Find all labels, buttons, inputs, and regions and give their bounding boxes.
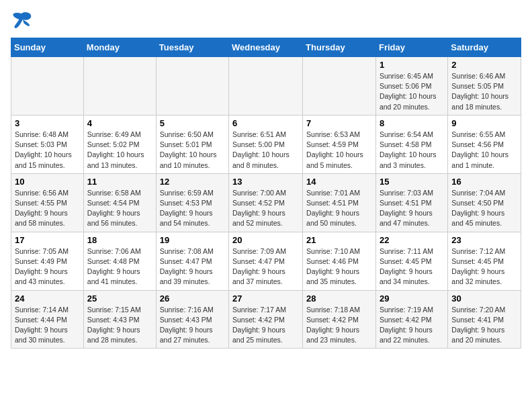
day-number: 28 <box>306 293 372 304</box>
day-info: Sunrise: 7:03 AM Sunset: 4:51 PM Dayligh… <box>380 188 444 229</box>
calendar-week-2: 3Sunrise: 6:48 AM Sunset: 5:03 PM Daylig… <box>11 115 521 173</box>
column-header-friday: Friday <box>375 38 447 57</box>
column-header-sunday: Sunday <box>11 38 84 57</box>
calendar-cell <box>11 57 84 116</box>
calendar-cell: 14Sunrise: 7:01 AM Sunset: 4:51 PM Dayli… <box>303 173 376 232</box>
calendar-cell: 23Sunrise: 7:12 AM Sunset: 4:45 PM Dayli… <box>448 232 521 290</box>
day-info: Sunrise: 7:15 AM Sunset: 4:43 PM Dayligh… <box>87 305 152 346</box>
day-info: Sunrise: 7:10 AM Sunset: 4:46 PM Dayligh… <box>306 246 372 287</box>
day-info: Sunrise: 7:00 AM Sunset: 4:52 PM Dayligh… <box>232 188 299 229</box>
calendar-cell: 27Sunrise: 7:17 AM Sunset: 4:42 PM Dayli… <box>229 290 303 349</box>
day-info: Sunrise: 7:16 AM Sunset: 4:43 PM Dayligh… <box>160 305 225 346</box>
day-number: 10 <box>15 177 80 187</box>
day-info: Sunrise: 7:12 AM Sunset: 4:45 PM Dayligh… <box>451 246 517 287</box>
day-info: Sunrise: 7:04 AM Sunset: 4:50 PM Dayligh… <box>451 188 517 229</box>
calendar-cell: 25Sunrise: 7:15 AM Sunset: 4:43 PM Dayli… <box>83 290 156 349</box>
calendar-cell: 26Sunrise: 7:16 AM Sunset: 4:43 PM Dayli… <box>156 290 228 349</box>
day-number: 7 <box>306 118 372 128</box>
day-number: 20 <box>232 235 299 245</box>
calendar-cell: 11Sunrise: 6:58 AM Sunset: 4:54 PM Dayli… <box>83 173 156 232</box>
day-info: Sunrise: 7:09 AM Sunset: 4:47 PM Dayligh… <box>232 246 299 287</box>
column-header-thursday: Thursday <box>303 38 376 57</box>
column-header-tuesday: Tuesday <box>156 38 228 57</box>
calendar-cell <box>156 57 228 116</box>
day-info: Sunrise: 7:01 AM Sunset: 4:51 PM Dayligh… <box>306 188 372 229</box>
calendar-cell: 19Sunrise: 7:08 AM Sunset: 4:47 PM Dayli… <box>156 232 228 290</box>
calendar-cell: 22Sunrise: 7:11 AM Sunset: 4:45 PM Dayli… <box>375 232 447 290</box>
day-info: Sunrise: 6:50 AM Sunset: 5:01 PM Dayligh… <box>160 130 225 171</box>
calendar-table: SundayMondayTuesdayWednesdayThursdayFrid… <box>11 38 521 349</box>
day-number: 24 <box>15 293 80 304</box>
calendar-week-5: 24Sunrise: 7:14 AM Sunset: 4:44 PM Dayli… <box>11 290 521 349</box>
day-number: 5 <box>160 118 225 128</box>
calendar-week-1: 1Sunrise: 6:45 AM Sunset: 5:06 PM Daylig… <box>11 57 521 116</box>
day-info: Sunrise: 7:17 AM Sunset: 4:42 PM Dayligh… <box>232 305 299 346</box>
day-number: 6 <box>232 118 299 128</box>
day-info: Sunrise: 6:49 AM Sunset: 5:02 PM Dayligh… <box>87 130 152 171</box>
day-info: Sunrise: 7:19 AM Sunset: 4:42 PM Dayligh… <box>380 305 444 346</box>
day-number: 30 <box>451 293 517 304</box>
day-info: Sunrise: 6:53 AM Sunset: 4:59 PM Dayligh… <box>306 130 372 171</box>
calendar-week-4: 17Sunrise: 7:05 AM Sunset: 4:49 PM Dayli… <box>11 232 521 290</box>
day-number: 25 <box>87 293 152 304</box>
day-number: 14 <box>306 177 372 187</box>
column-header-saturday: Saturday <box>448 38 521 57</box>
day-number: 8 <box>380 118 444 128</box>
calendar-week-3: 10Sunrise: 6:56 AM Sunset: 4:55 PM Dayli… <box>11 173 521 232</box>
calendar-cell: 9Sunrise: 6:55 AM Sunset: 4:56 PM Daylig… <box>448 115 521 173</box>
calendar-cell: 21Sunrise: 7:10 AM Sunset: 4:46 PM Dayli… <box>303 232 376 290</box>
day-number: 27 <box>232 293 299 304</box>
day-number: 26 <box>160 293 225 304</box>
day-number: 3 <box>15 118 80 128</box>
day-info: Sunrise: 6:45 AM Sunset: 5:06 PM Dayligh… <box>380 71 444 112</box>
calendar-cell: 28Sunrise: 7:18 AM Sunset: 4:42 PM Dayli… <box>303 290 376 349</box>
column-header-wednesday: Wednesday <box>229 38 303 57</box>
day-info: Sunrise: 6:58 AM Sunset: 4:54 PM Dayligh… <box>87 188 152 229</box>
calendar-cell: 20Sunrise: 7:09 AM Sunset: 4:47 PM Dayli… <box>229 232 303 290</box>
calendar-cell: 12Sunrise: 6:59 AM Sunset: 4:53 PM Dayli… <box>156 173 228 232</box>
calendar-cell: 7Sunrise: 6:53 AM Sunset: 4:59 PM Daylig… <box>303 115 376 173</box>
day-info: Sunrise: 6:48 AM Sunset: 5:03 PM Dayligh… <box>15 130 80 171</box>
day-info: Sunrise: 7:14 AM Sunset: 4:44 PM Dayligh… <box>15 305 80 346</box>
calendar-cell: 2Sunrise: 6:46 AM Sunset: 5:05 PM Daylig… <box>448 57 521 116</box>
day-info: Sunrise: 7:11 AM Sunset: 4:45 PM Dayligh… <box>380 246 444 287</box>
day-number: 2 <box>451 60 517 70</box>
day-info: Sunrise: 7:20 AM Sunset: 4:41 PM Dayligh… <box>451 305 517 346</box>
day-number: 23 <box>451 235 517 245</box>
calendar-cell: 30Sunrise: 7:20 AM Sunset: 4:41 PM Dayli… <box>448 290 521 349</box>
logo-icon <box>11 11 32 30</box>
day-info: Sunrise: 7:08 AM Sunset: 4:47 PM Dayligh… <box>160 246 225 287</box>
calendar-cell: 10Sunrise: 6:56 AM Sunset: 4:55 PM Dayli… <box>11 173 84 232</box>
calendar-cell <box>83 57 156 116</box>
calendar-cell: 1Sunrise: 6:45 AM Sunset: 5:06 PM Daylig… <box>375 57 447 116</box>
calendar-cell: 16Sunrise: 7:04 AM Sunset: 4:50 PM Dayli… <box>448 173 521 232</box>
calendar-cell: 3Sunrise: 6:48 AM Sunset: 5:03 PM Daylig… <box>11 115 84 173</box>
calendar-cell <box>229 57 303 116</box>
day-number: 22 <box>380 235 444 245</box>
calendar-cell: 18Sunrise: 7:06 AM Sunset: 4:48 PM Dayli… <box>83 232 156 290</box>
day-info: Sunrise: 6:59 AM Sunset: 4:53 PM Dayligh… <box>160 188 225 229</box>
day-info: Sunrise: 6:56 AM Sunset: 4:55 PM Dayligh… <box>15 188 80 229</box>
column-header-monday: Monday <box>83 38 156 57</box>
day-number: 29 <box>380 293 444 304</box>
calendar-cell: 13Sunrise: 7:00 AM Sunset: 4:52 PM Dayli… <box>229 173 303 232</box>
calendar-cell: 29Sunrise: 7:19 AM Sunset: 4:42 PM Dayli… <box>375 290 447 349</box>
calendar-cell: 4Sunrise: 6:49 AM Sunset: 5:02 PM Daylig… <box>83 115 156 173</box>
day-number: 18 <box>87 235 152 245</box>
calendar-cell: 5Sunrise: 6:50 AM Sunset: 5:01 PM Daylig… <box>156 115 228 173</box>
calendar-cell: 17Sunrise: 7:05 AM Sunset: 4:49 PM Dayli… <box>11 232 84 290</box>
calendar-cell: 6Sunrise: 6:51 AM Sunset: 5:00 PM Daylig… <box>229 115 303 173</box>
calendar-body: 1Sunrise: 6:45 AM Sunset: 5:06 PM Daylig… <box>11 57 521 349</box>
day-number: 15 <box>380 177 444 187</box>
calendar-header: SundayMondayTuesdayWednesdayThursdayFrid… <box>11 38 521 57</box>
calendar-cell <box>303 57 376 116</box>
day-number: 1 <box>380 60 444 70</box>
day-number: 4 <box>87 118 152 128</box>
day-number: 9 <box>451 118 517 128</box>
day-info: Sunrise: 7:05 AM Sunset: 4:49 PM Dayligh… <box>15 246 80 287</box>
day-info: Sunrise: 7:06 AM Sunset: 4:48 PM Dayligh… <box>87 246 152 287</box>
day-number: 12 <box>160 177 225 187</box>
day-number: 11 <box>87 177 152 187</box>
calendar-cell: 15Sunrise: 7:03 AM Sunset: 4:51 PM Dayli… <box>375 173 447 232</box>
logo <box>11 11 35 30</box>
